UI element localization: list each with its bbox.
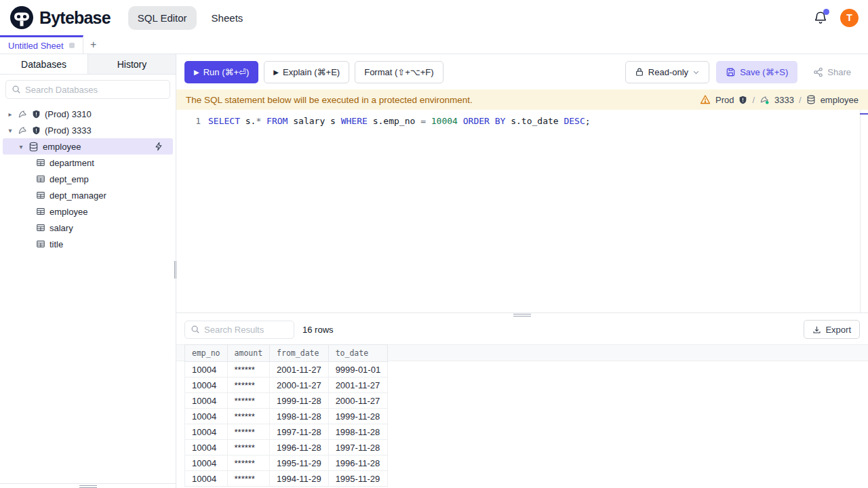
format-button[interactable]: Format (⇧+⌥+F): [355, 61, 443, 83]
tree-item-table[interactable]: dept_manager: [0, 187, 176, 203]
mysql-icon: [760, 95, 770, 105]
search-results-input[interactable]: [204, 325, 288, 335]
tab-history[interactable]: History: [88, 54, 176, 74]
results-header-row: emp_noamountfrom_dateto_date: [185, 345, 388, 362]
editor-scrollbar[interactable]: [860, 110, 868, 312]
tree-item-label: (Prod) 3310: [45, 109, 92, 119]
results-panel: 16 rows Export emp_noamountfrom_dateto_d…: [176, 317, 868, 488]
search-icon: [12, 85, 21, 94]
sidebar: Databases History ▸ (Prod) 3310 ▾ (Prod)…: [0, 54, 176, 488]
table-row[interactable]: 10004******1994-11-291995-11-29: [185, 471, 388, 487]
table-cell: ******: [227, 393, 270, 409]
table-cell: 10004: [185, 440, 228, 455]
run-button[interactable]: ▶ Run (⌘+⏎): [184, 61, 258, 83]
database-icon: [806, 95, 816, 104]
unsaved-dot-icon: [69, 43, 75, 48]
readonly-mode-dropdown[interactable]: Read-only: [625, 61, 709, 83]
tree-item-label: title: [50, 239, 63, 249]
scrollbar-mark: [860, 113, 868, 115]
drag-handle[interactable]: [79, 485, 97, 488]
tree-item-instance[interactable]: ▸ (Prod) 3310: [0, 106, 176, 122]
column-header[interactable]: from_date: [270, 345, 329, 362]
tab-databases[interactable]: Databases: [0, 54, 88, 74]
sql-line: 1 SELECT s.* FROM salary s WHERE s.emp_n…: [176, 110, 868, 127]
app-header: Bytebase SQL Editor Sheets T: [0, 0, 868, 35]
table-icon: [36, 190, 45, 200]
sidebar-bottom-divider: [0, 483, 176, 488]
sql-editor[interactable]: 1 SELECT s.* FROM salary s WHERE s.emp_n…: [176, 110, 868, 312]
add-sheet-button[interactable]: +: [83, 35, 104, 54]
column-header[interactable]: emp_no: [185, 345, 228, 362]
nav-sheets[interactable]: Sheets: [212, 12, 243, 24]
table-row[interactable]: 10004******1996-11-281997-11-28: [185, 440, 388, 455]
table-icon: [36, 239, 45, 249]
readonly-label: Read-only: [648, 67, 688, 77]
play-icon: ▶: [194, 68, 199, 76]
line-number: 1: [176, 115, 201, 127]
tree-item-label: dept_emp: [50, 174, 89, 184]
sheet-tab[interactable]: Untitled Sheet: [0, 35, 83, 54]
table-cell: 10004: [185, 455, 228, 471]
share-button[interactable]: Share: [804, 61, 860, 83]
tree-item-table[interactable]: dept_emp: [0, 171, 176, 187]
table-cell: 1997-11-28: [270, 424, 329, 440]
table-row[interactable]: 10004******1999-11-282000-11-27: [185, 393, 388, 409]
tree-item-table[interactable]: employee: [0, 203, 176, 220]
warning-icon: [700, 94, 711, 105]
notifications-button[interactable]: [813, 10, 828, 25]
lock-icon: [635, 67, 644, 77]
table-icon: [36, 158, 45, 167]
table-cell: ******: [227, 455, 270, 471]
table-cell: ******: [227, 409, 270, 424]
tree-item-table[interactable]: department: [0, 155, 176, 171]
search-icon: [191, 325, 200, 334]
table-cell: 10004: [185, 393, 228, 409]
column-header[interactable]: to_date: [328, 345, 388, 362]
bolt-icon[interactable]: [154, 142, 163, 151]
tree-item-instance[interactable]: ▾ (Prod) 3333: [0, 122, 176, 138]
tree-item-table[interactable]: salary: [0, 220, 176, 236]
search-databases-input[interactable]: [25, 85, 164, 95]
save-button[interactable]: Save (⌘+S): [716, 61, 797, 83]
banner-message: The SQL statement below will be executed…: [186, 95, 473, 105]
database-search[interactable]: [5, 80, 170, 99]
tree-item-database[interactable]: ▾ employee: [3, 138, 173, 155]
table-icon: [36, 223, 45, 232]
table-cell: 1995-11-29: [270, 455, 329, 471]
column-header[interactable]: amount: [227, 345, 270, 362]
shield-icon: [32, 126, 41, 135]
table-row[interactable]: 10004******1997-11-281998-11-28: [185, 424, 388, 440]
avatar[interactable]: T: [840, 9, 859, 27]
caret-icon[interactable]: ▾: [18, 143, 24, 150]
table-row[interactable]: 10004******2001-11-279999-01-01: [185, 362, 388, 378]
drag-handle[interactable]: [513, 314, 531, 318]
row-count: 16 rows: [302, 325, 334, 335]
table-cell: 1998-11-28: [328, 424, 388, 440]
save-label: Save (⌘+S): [740, 67, 788, 77]
table-row[interactable]: 10004******1998-11-281999-11-28: [185, 409, 388, 424]
table-cell: 1995-11-29: [328, 471, 388, 487]
tree-item-table[interactable]: title: [0, 236, 176, 252]
table-cell: 1996-11-28: [270, 440, 329, 455]
caret-icon[interactable]: ▾: [7, 127, 14, 134]
shield-icon: [32, 110, 41, 119]
table-cell: 10004: [185, 378, 228, 393]
tree-item-label: employee: [43, 142, 81, 152]
results-search[interactable]: [184, 321, 294, 339]
database-label[interactable]: employee: [821, 95, 859, 105]
download-icon: [812, 325, 821, 334]
explain-button[interactable]: ▶ Explain (⌘+E): [264, 61, 349, 83]
export-button[interactable]: Export: [804, 320, 860, 339]
table-cell: ******: [227, 378, 270, 393]
environment-label[interactable]: Prod: [715, 95, 734, 105]
table-row[interactable]: 10004******2000-11-272001-11-27: [185, 378, 388, 393]
table-row[interactable]: 10004******1995-11-291996-11-28: [185, 455, 388, 471]
play-icon: ▶: [273, 68, 279, 76]
breadcrumb-separator: /: [752, 95, 755, 105]
caret-icon[interactable]: ▸: [7, 110, 14, 118]
protected-environment-banner: The SQL statement below will be executed…: [176, 89, 868, 110]
share-label: Share: [827, 67, 851, 77]
instance-label[interactable]: 3333: [774, 95, 794, 105]
nav-sql-editor[interactable]: SQL Editor: [128, 6, 197, 30]
tree-item-label: employee: [50, 207, 87, 217]
